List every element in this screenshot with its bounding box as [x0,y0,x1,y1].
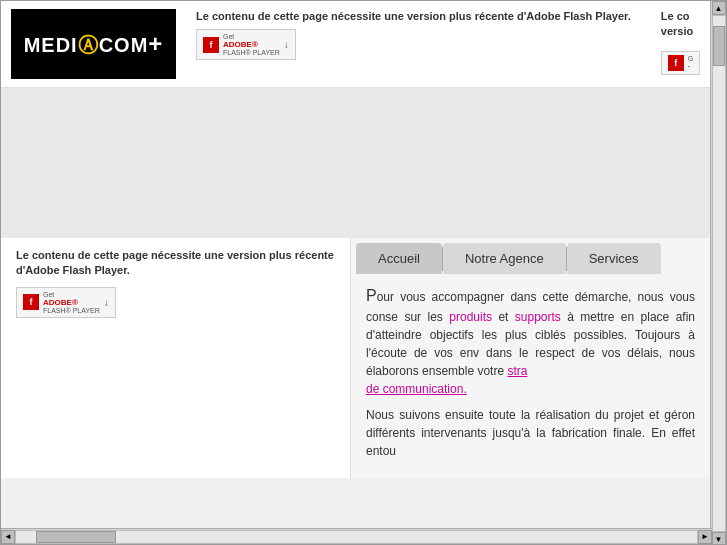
scroll-right-arrow[interactable]: ► [698,530,712,544]
body-text-area: Pour vous accompagner dans cette démarch… [351,274,710,478]
flash-message-right-top: Le coversio [661,9,700,40]
right-content-section: Accueil Notre Agence Services Pour vous … [351,238,710,478]
scroll-track-right[interactable] [712,15,726,532]
flash-icon-left: f [23,294,39,310]
download-icon-center: ↓ [284,39,289,50]
body-paragraph-1: Pour vous accompagner dans cette démarch… [366,284,695,398]
download-icon-left: ↓ [104,297,109,308]
bottom-section: Le contenu de cette page nécessite une v… [1,238,710,478]
scroll-up-arrow[interactable]: ▲ [712,1,726,15]
nav-row: Accueil Notre Agence Services [351,238,710,274]
tab-accueil[interactable]: Accueil [356,243,442,274]
flash-button-text-center: Get ADOBE® FLASH® PLAYER [223,33,280,56]
scroll-thumb-bottom[interactable] [36,531,116,543]
scroll-left-arrow[interactable]: ◄ [1,530,15,544]
top-section: MEDIⒶCOM+ Le contenu de cette page néces… [1,1,710,88]
tab-notre-agence[interactable]: Notre Agence [443,243,566,274]
logo: MEDIⒶCOM+ [11,9,176,79]
scroll-track-bottom[interactable] [15,530,698,544]
link-produits[interactable]: produits [449,310,492,324]
tab-services[interactable]: Services [567,243,661,274]
flash-message-center: Le contenu de cette page nécessite une v… [196,9,631,24]
get-flash-button-center[interactable]: f Get ADOBE® FLASH® PLAYER ↓ [196,29,296,60]
logo-text: MEDIⒶCOM+ [24,30,164,59]
link-strategy[interactable]: strade communication. [366,364,527,396]
left-flash-section: Le contenu de cette page nécessite une v… [1,238,351,478]
scroll-down-arrow[interactable]: ▼ [712,532,726,545]
scrollbar-right[interactable]: ▲ ▼ [710,1,726,545]
center-flash-notice: Le contenu de cette page nécessite une v… [196,9,631,60]
content-area: MEDIⒶCOM+ Le contenu de cette page néces… [1,1,710,528]
flash-button-text-right: G · [688,55,693,71]
browser-frame: MEDIⒶCOM+ Le contenu de cette page néces… [0,0,727,545]
right-flash-partial: Le coversio f G · [661,9,700,75]
gray-section [1,88,710,238]
get-flash-button-right[interactable]: f G · [661,51,700,75]
flash-icon-center: f [203,37,219,53]
scrollbar-bottom[interactable]: ◄ ► [1,528,712,544]
flash-button-text-left: Get ADOBE® FLASH® PLAYER [43,291,100,314]
get-flash-button-left[interactable]: f Get ADOBE® FLASH® PLAYER ↓ [16,287,116,318]
flash-message-left: Le contenu de cette page nécessite une v… [16,248,335,279]
link-supports[interactable]: supports [515,310,561,324]
scroll-thumb-right[interactable] [713,26,725,66]
flash-icon-right: f [668,55,684,71]
body-paragraph-2: Nous suivons ensuite toute la réalisatio… [366,406,695,460]
